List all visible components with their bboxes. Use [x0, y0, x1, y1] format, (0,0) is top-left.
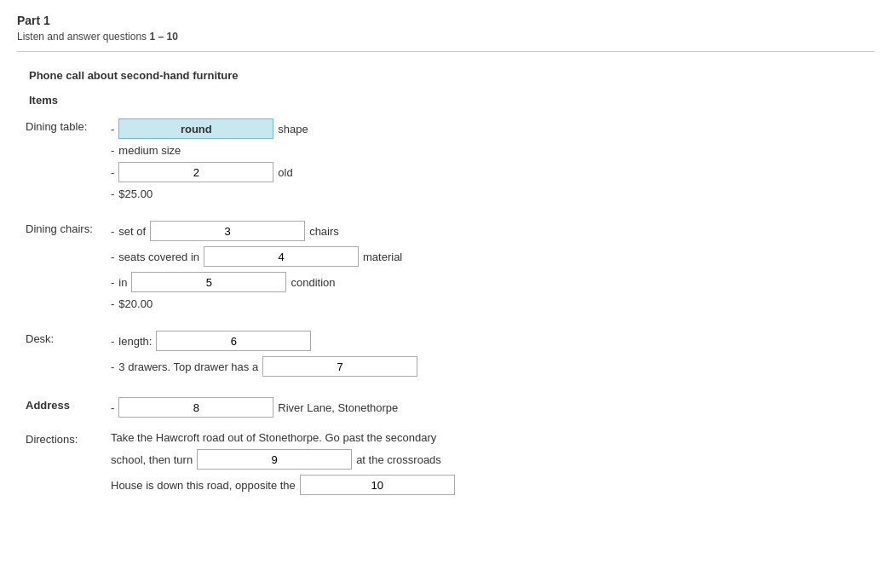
dash9: -	[111, 335, 114, 348]
chairs-line4: - $20.00	[111, 297, 402, 310]
dash7: -	[111, 276, 114, 289]
desk-row: Desk: - length: - 3 drawers. Top drawer …	[26, 331, 866, 377]
desk-section: Desk: - length: - 3 drawers. Top drawer …	[26, 331, 866, 377]
directions-label: Directions:	[26, 431, 111, 446]
address-text: River Lane, Stonethorpe	[278, 401, 398, 414]
dining-table-line2: - medium size	[111, 144, 308, 157]
dash1: -	[111, 123, 114, 135]
instruction: Listen and answer questions 1 – 10	[17, 31, 875, 43]
dining-table-label: Dining table:	[26, 118, 111, 133]
dash11: -	[111, 401, 114, 414]
directions-details: Take the Hawcroft road out of Stonethorp…	[111, 431, 455, 495]
desk-label: Desk:	[26, 331, 111, 345]
dining-chairs-label: Dining chairs:	[26, 221, 111, 235]
address-detail-line: - River Lane, Stonethorpe	[111, 397, 398, 418]
dining-table-line4: - $25.00	[111, 187, 308, 200]
answer5-input[interactable]	[131, 272, 286, 292]
dash3: -	[111, 166, 114, 179]
part-title: Part 1	[17, 14, 875, 27]
chairs-line2: - seats covered in material	[111, 246, 402, 267]
desk-line1: - length:	[111, 331, 417, 351]
section-title: Phone call about second-hand furniture	[26, 69, 866, 82]
directions-line1: Take the Hawcroft road out of Stonethorp…	[111, 431, 455, 444]
seats-covered-text: seats covered in	[118, 251, 199, 263]
shape-text: shape	[278, 123, 308, 135]
answer3-input[interactable]	[150, 221, 305, 241]
directions-row: Directions: Take the Hawcroft road out o…	[26, 431, 866, 495]
address-section: Address - River Lane, Stonethorpe	[26, 397, 866, 418]
material-text: material	[363, 251, 402, 263]
instruction-range: 1 – 10	[149, 31, 177, 43]
condition-text: condition	[291, 276, 335, 289]
directions-text3-before: House is down this road, opposite the	[111, 479, 296, 492]
price2-text: $20.00	[118, 297, 153, 310]
dash2: -	[111, 144, 114, 157]
desk-details: - length: - 3 drawers. Top drawer has a	[111, 331, 417, 377]
dining-chairs-details: - set of chairs - seats covered in mater…	[111, 221, 402, 310]
dash5: -	[111, 225, 114, 238]
chairs-text: chairs	[309, 225, 339, 238]
answer2-input[interactable]	[118, 162, 273, 182]
instruction-prefix: Listen and answer questions	[17, 31, 149, 43]
directions-line3: House is down this road, opposite the	[111, 475, 455, 495]
dining-table-line1: - shape	[111, 118, 308, 139]
desk-line2: - 3 drawers. Top drawer has a	[111, 356, 417, 377]
directions-text1: Take the Hawcroft road out of Stonethorp…	[111, 431, 436, 444]
chairs-line3: - in condition	[111, 272, 402, 292]
dash6: -	[111, 251, 114, 263]
answer1-input[interactable]	[118, 118, 273, 139]
answer8-input[interactable]	[118, 397, 273, 418]
address-label: Address	[26, 397, 111, 412]
dining-chairs-row: Dining chairs: - set of chairs - seats c…	[26, 221, 866, 310]
dash10: -	[111, 360, 114, 373]
length-text: length:	[118, 335, 152, 348]
content-area: Phone call about second-hand furniture I…	[17, 62, 875, 507]
dash8: -	[111, 297, 114, 310]
dining-chairs-section: Dining chairs: - set of chairs - seats c…	[26, 221, 866, 310]
items-label: Items	[26, 94, 866, 107]
medium-size-text: medium size	[118, 144, 181, 157]
address-row: Address - River Lane, Stonethorpe	[26, 397, 866, 418]
dining-table-row: Dining table: - shape - medium size -	[26, 118, 866, 200]
answer4-input[interactable]	[204, 246, 359, 267]
answer9-input[interactable]	[197, 449, 352, 470]
answer10-input[interactable]	[300, 475, 455, 495]
section-divider	[17, 51, 875, 52]
old-text: old	[278, 166, 292, 179]
dash4: -	[111, 187, 114, 200]
dining-table-details: - shape - medium size - old -	[111, 118, 308, 200]
chairs-line1: - set of chairs	[111, 221, 402, 241]
directions-line2: school, then turn at the crossroads	[111, 449, 455, 470]
in-text: in	[118, 276, 127, 289]
answer7-input[interactable]	[262, 356, 417, 377]
directions-text2-before: school, then turn	[111, 453, 193, 466]
set-of-text: set of	[118, 225, 146, 238]
directions-text2-after: at the crossroads	[356, 453, 441, 466]
price1-text: $25.00	[118, 187, 153, 200]
answer6-input[interactable]	[156, 331, 311, 351]
drawers-text: 3 drawers. Top drawer has a	[118, 360, 258, 373]
page-container: Part 1 Listen and answer questions 1 – 1…	[0, 0, 892, 588]
dining-table-line3: - old	[111, 162, 308, 182]
dining-table-section: Dining table: - shape - medium size -	[26, 118, 866, 200]
